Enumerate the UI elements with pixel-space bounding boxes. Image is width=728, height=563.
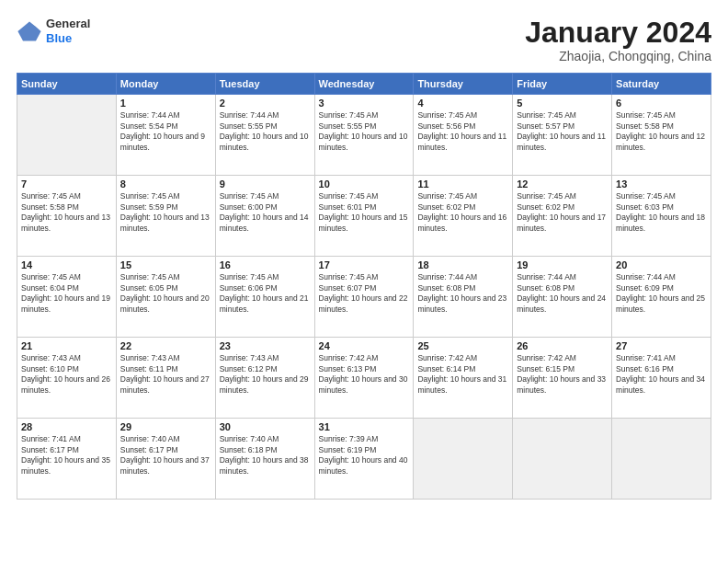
day-number: 14 bbox=[21, 259, 112, 270]
calendar-cell: 21Sunrise: 7:43 AMSunset: 6:10 PMDayligh… bbox=[17, 338, 117, 419]
cell-content: Sunrise: 7:45 AMSunset: 5:56 PMDaylight:… bbox=[417, 110, 508, 153]
calendar-cell: 31Sunrise: 7:39 AMSunset: 6:19 PMDayligh… bbox=[314, 419, 414, 500]
calendar-cell bbox=[414, 419, 513, 500]
calendar-cell: 4Sunrise: 7:45 AMSunset: 5:56 PMDaylight… bbox=[414, 95, 513, 176]
calendar-cell: 1Sunrise: 7:44 AMSunset: 5:54 PMDaylight… bbox=[116, 95, 215, 176]
calendar-cell: 26Sunrise: 7:42 AMSunset: 6:15 PMDayligh… bbox=[513, 338, 612, 419]
cell-content: Sunrise: 7:45 AMSunset: 5:57 PMDaylight:… bbox=[517, 110, 608, 153]
calendar-cell bbox=[17, 95, 117, 176]
calendar-cell: 27Sunrise: 7:41 AMSunset: 6:16 PMDayligh… bbox=[612, 338, 711, 419]
calendar-cell: 28Sunrise: 7:41 AMSunset: 6:17 PMDayligh… bbox=[17, 419, 117, 500]
cell-content: Sunrise: 7:41 AMSunset: 6:16 PMDaylight:… bbox=[616, 353, 707, 396]
day-number: 21 bbox=[21, 340, 112, 351]
calendar-cell: 15Sunrise: 7:45 AMSunset: 6:05 PMDayligh… bbox=[116, 257, 215, 338]
cell-content: Sunrise: 7:41 AMSunset: 6:17 PMDaylight:… bbox=[21, 434, 112, 477]
day-number: 7 bbox=[21, 178, 112, 190]
calendar-body: 1Sunrise: 7:44 AMSunset: 5:54 PMDaylight… bbox=[17, 95, 711, 500]
day-number: 10 bbox=[319, 178, 410, 190]
calendar-cell: 19Sunrise: 7:44 AMSunset: 6:08 PMDayligh… bbox=[513, 257, 612, 338]
calendar-cell: 22Sunrise: 7:43 AMSunset: 6:11 PMDayligh… bbox=[116, 338, 215, 419]
cell-content: Sunrise: 7:45 AMSunset: 6:07 PMDaylight:… bbox=[319, 272, 410, 315]
calendar-cell: 14Sunrise: 7:45 AMSunset: 6:04 PMDayligh… bbox=[17, 257, 117, 338]
calendar-week-3: 14Sunrise: 7:45 AMSunset: 6:04 PMDayligh… bbox=[17, 257, 711, 338]
cell-content: Sunrise: 7:43 AMSunset: 6:12 PMDaylight:… bbox=[220, 353, 311, 396]
col-saturday: Saturday bbox=[612, 74, 711, 95]
month-title: January 2024 bbox=[525, 17, 711, 49]
col-tuesday: Tuesday bbox=[215, 74, 314, 95]
day-number: 9 bbox=[220, 178, 311, 190]
calendar-cell bbox=[612, 419, 711, 500]
col-wednesday: Wednesday bbox=[314, 74, 414, 95]
calendar-cell: 29Sunrise: 7:40 AMSunset: 6:17 PMDayligh… bbox=[116, 419, 215, 500]
calendar-week-2: 7Sunrise: 7:45 AMSunset: 5:58 PMDaylight… bbox=[17, 176, 711, 257]
cell-content: Sunrise: 7:39 AMSunset: 6:19 PMDaylight:… bbox=[319, 434, 410, 477]
calendar-cell: 6Sunrise: 7:45 AMSunset: 5:58 PMDaylight… bbox=[612, 95, 711, 176]
cell-content: Sunrise: 7:45 AMSunset: 6:04 PMDaylight:… bbox=[21, 272, 112, 315]
day-number: 20 bbox=[616, 259, 707, 270]
col-thursday: Thursday bbox=[414, 74, 513, 95]
logo-icon bbox=[17, 18, 42, 44]
cell-content: Sunrise: 7:45 AMSunset: 6:06 PMDaylight:… bbox=[220, 272, 311, 315]
calendar-cell: 5Sunrise: 7:45 AMSunset: 5:57 PMDaylight… bbox=[513, 95, 612, 176]
calendar-table: Sunday Monday Tuesday Wednesday Thursday… bbox=[17, 73, 711, 500]
day-number: 30 bbox=[220, 421, 311, 432]
logo-general: General bbox=[46, 17, 90, 31]
cell-content: Sunrise: 7:44 AMSunset: 5:55 PMDaylight:… bbox=[220, 110, 311, 153]
cell-content: Sunrise: 7:45 AMSunset: 6:05 PMDaylight:… bbox=[120, 272, 211, 315]
day-number: 3 bbox=[319, 98, 410, 109]
calendar-cell: 16Sunrise: 7:45 AMSunset: 6:06 PMDayligh… bbox=[215, 257, 314, 338]
cell-content: Sunrise: 7:45 AMSunset: 6:02 PMDaylight:… bbox=[417, 191, 508, 234]
calendar-cell: 24Sunrise: 7:42 AMSunset: 6:13 PMDayligh… bbox=[314, 338, 414, 419]
day-number: 31 bbox=[319, 421, 410, 432]
day-number: 13 bbox=[616, 178, 707, 190]
cell-content: Sunrise: 7:44 AMSunset: 6:09 PMDaylight:… bbox=[616, 272, 707, 315]
day-number: 5 bbox=[517, 98, 608, 109]
calendar-cell: 2Sunrise: 7:44 AMSunset: 5:55 PMDaylight… bbox=[215, 95, 314, 176]
day-number: 27 bbox=[616, 340, 707, 351]
day-number: 23 bbox=[220, 340, 311, 351]
cell-content: Sunrise: 7:44 AMSunset: 5:54 PMDaylight:… bbox=[120, 110, 211, 153]
calendar-cell: 25Sunrise: 7:42 AMSunset: 6:14 PMDayligh… bbox=[414, 338, 513, 419]
day-number: 15 bbox=[120, 259, 211, 270]
header: General Blue January 2024 Zhaojia, Chong… bbox=[17, 17, 711, 63]
cell-content: Sunrise: 7:40 AMSunset: 6:17 PMDaylight:… bbox=[120, 434, 211, 477]
calendar-cell: 3Sunrise: 7:45 AMSunset: 5:55 PMDaylight… bbox=[314, 95, 414, 176]
cell-content: Sunrise: 7:45 AMSunset: 6:00 PMDaylight:… bbox=[220, 191, 311, 234]
calendar-cell: 10Sunrise: 7:45 AMSunset: 6:01 PMDayligh… bbox=[314, 176, 414, 257]
day-number: 26 bbox=[517, 340, 608, 351]
cell-content: Sunrise: 7:44 AMSunset: 6:08 PMDaylight:… bbox=[517, 272, 608, 315]
day-number: 18 bbox=[417, 259, 508, 270]
cell-content: Sunrise: 7:45 AMSunset: 5:55 PMDaylight:… bbox=[319, 110, 410, 153]
cell-content: Sunrise: 7:40 AMSunset: 6:18 PMDaylight:… bbox=[220, 434, 311, 477]
cell-content: Sunrise: 7:42 AMSunset: 6:15 PMDaylight:… bbox=[517, 353, 608, 396]
svg-marker-0 bbox=[17, 21, 40, 40]
calendar-cell: 30Sunrise: 7:40 AMSunset: 6:18 PMDayligh… bbox=[215, 419, 314, 500]
calendar-cell: 9Sunrise: 7:45 AMSunset: 6:00 PMDaylight… bbox=[215, 176, 314, 257]
calendar-cell: 18Sunrise: 7:44 AMSunset: 6:08 PMDayligh… bbox=[414, 257, 513, 338]
location: Zhaojia, Chongqing, China bbox=[525, 49, 711, 63]
cell-content: Sunrise: 7:45 AMSunset: 6:03 PMDaylight:… bbox=[616, 191, 707, 234]
calendar-week-5: 28Sunrise: 7:41 AMSunset: 6:17 PMDayligh… bbox=[17, 419, 711, 500]
day-number: 2 bbox=[220, 98, 311, 109]
day-number: 25 bbox=[417, 340, 508, 351]
cell-content: Sunrise: 7:45 AMSunset: 5:58 PMDaylight:… bbox=[21, 191, 112, 234]
calendar-cell: 8Sunrise: 7:45 AMSunset: 5:59 PMDaylight… bbox=[116, 176, 215, 257]
cell-content: Sunrise: 7:45 AMSunset: 6:02 PMDaylight:… bbox=[517, 191, 608, 234]
day-number: 17 bbox=[319, 259, 410, 270]
calendar-week-4: 21Sunrise: 7:43 AMSunset: 6:10 PMDayligh… bbox=[17, 338, 711, 419]
logo: General Blue bbox=[17, 17, 90, 45]
col-sunday: Sunday bbox=[17, 74, 117, 95]
day-number: 12 bbox=[517, 178, 608, 190]
calendar-cell: 13Sunrise: 7:45 AMSunset: 6:03 PMDayligh… bbox=[612, 176, 711, 257]
title-area: January 2024 Zhaojia, Chongqing, China bbox=[525, 17, 711, 63]
day-number: 4 bbox=[417, 98, 508, 109]
day-number: 11 bbox=[417, 178, 508, 190]
cell-content: Sunrise: 7:45 AMSunset: 5:58 PMDaylight:… bbox=[616, 110, 707, 153]
day-number: 24 bbox=[319, 340, 410, 351]
cell-content: Sunrise: 7:43 AMSunset: 6:11 PMDaylight:… bbox=[120, 353, 211, 396]
calendar-cell: 23Sunrise: 7:43 AMSunset: 6:12 PMDayligh… bbox=[215, 338, 314, 419]
day-number: 28 bbox=[21, 421, 112, 432]
day-number: 1 bbox=[120, 98, 211, 109]
cell-content: Sunrise: 7:42 AMSunset: 6:14 PMDaylight:… bbox=[417, 353, 508, 396]
logo-blue: Blue bbox=[46, 31, 90, 46]
